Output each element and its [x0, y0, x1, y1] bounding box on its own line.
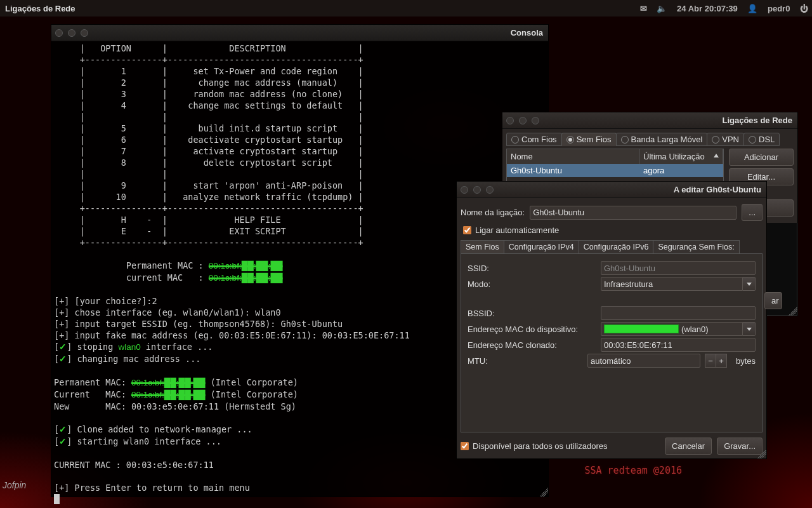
- active-app-title: Ligações de Rede: [0, 4, 81, 13]
- maximize-icon[interactable]: [81, 29, 88, 37]
- mail-icon[interactable]: ✉: [640, 4, 647, 13]
- desktop-signature: Jofpin: [3, 480, 26, 490]
- ssid-label: SSID:: [468, 264, 596, 273]
- terminal-titlebar[interactable]: Consola: [51, 25, 548, 41]
- maximize-icon[interactable]: [486, 186, 494, 194]
- save-button[interactable]: Gravar...: [717, 438, 763, 455]
- auto-connect-label: Ligar automaticamente: [475, 225, 559, 235]
- connection-type-tabs: Com FiosSem FiosBanda Larga MóvelVPNDSL: [506, 133, 794, 146]
- chevron-down-icon[interactable]: [743, 277, 756, 291]
- edit-tab[interactable]: Segurança Sem Fios:: [653, 240, 739, 253]
- edit-title: A editar Gh0st-Ubuntu: [494, 185, 763, 194]
- col-lastused-header[interactable]: Última Utilização: [639, 149, 723, 164]
- edit-connection-dialog: A editar Gh0st-Ubuntu Nome da ligação: .…: [456, 181, 767, 459]
- mtu-increment-button[interactable]: +: [716, 354, 727, 368]
- add-button[interactable]: Adicionar: [729, 149, 794, 166]
- col-name-header[interactable]: Nome: [507, 149, 639, 164]
- top-panel: Ligações de Rede ✉ 🔈 24 Abr 20:07:39 👤 p…: [0, 0, 812, 17]
- mtu-label: MTU:: [468, 356, 582, 366]
- connection-type-tab[interactable]: Com Fios: [506, 133, 562, 146]
- device-mac-label: Endereço MAC do dispositivo:: [468, 324, 596, 334]
- more-button[interactable]: ...: [742, 204, 763, 221]
- user-name[interactable]: pedr0: [768, 4, 790, 13]
- edit-dialog-tabs: Sem FiosConfiguração IPv4Configuração IP…: [461, 240, 763, 253]
- clock[interactable]: 24 Abr 20:07:39: [677, 4, 738, 13]
- connection-lastused: agora: [639, 164, 723, 177]
- available-all-users-label: Disponível para todos os utilizadores: [473, 441, 607, 451]
- connection-row[interactable]: Gh0st-Ubuntu agora: [507, 164, 723, 177]
- mtu-input[interactable]: [587, 354, 700, 368]
- connection-type-tab[interactable]: Banda Larga Móvel: [616, 133, 708, 146]
- minimize-icon[interactable]: [473, 186, 481, 194]
- maximize-icon[interactable]: [532, 117, 539, 124]
- terminal-title: Consola: [88, 28, 544, 37]
- connection-type-tab[interactable]: VPN: [707, 133, 744, 146]
- edit-tab[interactable]: Configuração IPv4: [504, 240, 579, 253]
- resize-handle[interactable]: [539, 488, 548, 497]
- bssid-input[interactable]: [601, 306, 756, 320]
- available-all-users-checkbox[interactable]: [461, 442, 469, 450]
- radio-icon: [566, 136, 574, 144]
- close-button-partial[interactable]: ar: [764, 292, 782, 309]
- cloned-mac-input[interactable]: [601, 338, 756, 352]
- connection-name: Gh0st-Ubuntu: [507, 164, 639, 177]
- cloned-mac-label: Endereço MAC clonado:: [468, 340, 596, 350]
- nm-titlebar[interactable]: Ligações de Rede: [502, 112, 797, 129]
- system-tray: ✉ 🔈 24 Abr 20:07:39 👤 pedr0 ⏻: [636, 4, 812, 13]
- close-icon[interactable]: [506, 117, 514, 124]
- minimize-icon[interactable]: [68, 29, 75, 37]
- mtu-decrement-button[interactable]: −: [705, 354, 716, 368]
- edit-tab[interactable]: Sem Fios: [461, 240, 504, 253]
- ssid-input[interactable]: [601, 261, 756, 275]
- mtu-unit: bytes: [736, 356, 756, 366]
- resize-handle[interactable]: [789, 307, 797, 316]
- nm-title: Ligações de Rede: [539, 116, 794, 125]
- connection-name-input[interactable]: [530, 206, 737, 220]
- volume-icon[interactable]: 🔈: [657, 4, 667, 13]
- radio-icon: [749, 136, 756, 144]
- connection-name-label: Nome da ligação:: [461, 208, 525, 217]
- connection-type-tab[interactable]: Sem Fios: [561, 133, 617, 146]
- mac-redacted: [604, 324, 679, 333]
- bssid-label: BSSID:: [468, 309, 596, 318]
- power-icon[interactable]: ⏻: [800, 4, 808, 13]
- radio-icon: [621, 136, 629, 144]
- edit-tab[interactable]: Configuração IPv6: [579, 240, 654, 253]
- chevron-down-icon[interactable]: [743, 322, 756, 336]
- device-mac-select[interactable]: (wlan0): [601, 322, 743, 336]
- radio-icon: [511, 136, 519, 144]
- radio-icon: [712, 136, 719, 144]
- connection-type-tab[interactable]: DSL: [743, 133, 780, 146]
- mode-select[interactable]: [601, 277, 743, 291]
- sort-asc-icon: [714, 154, 719, 157]
- mode-label: Modo:: [468, 279, 596, 289]
- edit-titlebar[interactable]: A editar Gh0st-Ubuntu: [457, 182, 766, 198]
- cancel-button[interactable]: Cancelar: [665, 438, 712, 455]
- watermark-text: SSA redteam @2016: [584, 465, 682, 476]
- close-icon[interactable]: [461, 186, 468, 194]
- minimize-icon[interactable]: [519, 117, 527, 124]
- auto-connect-checkbox[interactable]: [463, 226, 471, 234]
- resize-handle[interactable]: [757, 450, 766, 458]
- close-icon[interactable]: [55, 29, 63, 37]
- user-icon: 👤: [747, 4, 757, 13]
